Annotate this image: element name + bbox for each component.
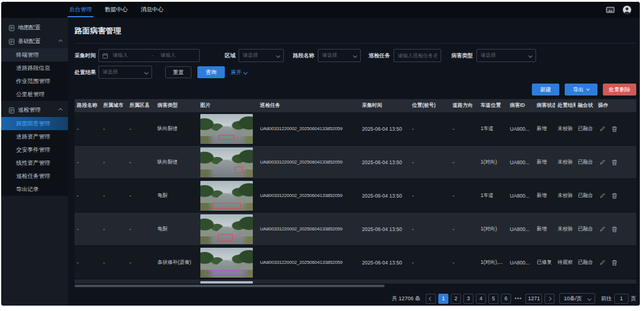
cell-task: UA800331220002_20250604133852059 xyxy=(258,159,360,165)
edit-icon[interactable] xyxy=(600,159,605,165)
sidebar-item-linear-asset-mgmt[interactable]: 线性资产管理 xyxy=(1,156,68,170)
edit-icon[interactable] xyxy=(600,260,605,265)
disease-photo[interactable] xyxy=(200,114,253,144)
per-page-select[interactable]: 10条/页 xyxy=(559,293,595,304)
tab-backend-management[interactable]: 后台管理 xyxy=(63,2,98,18)
disease-photo[interactable] xyxy=(200,214,253,244)
screenshot-icon[interactable] xyxy=(606,7,615,14)
cell-disease-type: 纵向裂缝 xyxy=(155,159,198,166)
cell-lane: 1(对向) xyxy=(478,159,507,166)
cell-disease-type: 龟裂 xyxy=(155,192,198,199)
col-status: 病害状态 xyxy=(534,102,555,109)
chevron-down-icon xyxy=(243,70,247,74)
tab-data-center[interactable]: 数据中心 xyxy=(98,2,134,18)
delete-icon[interactable] xyxy=(612,159,617,165)
road-name-label: 路段名称 xyxy=(293,52,314,60)
collect-time-label: 采集时间 xyxy=(75,52,96,60)
sidebar-item-road-asset-mgmt[interactable]: 道路资产管理 xyxy=(1,130,68,143)
filter-row-1: 采集时间 请输入 - 请输入 区域 请选择 路段名称 请选择 巡检任务 xyxy=(75,49,636,62)
sidebar-item-traffic-safety-event-mgmt[interactable]: 交安事件管理 xyxy=(1,143,68,156)
expand-label: 展开 xyxy=(231,69,242,76)
main-content: 路面病害管理 采集时间 请输入 - 请输入 区域 请选择 路段名称 请选择 xyxy=(68,18,640,306)
cell-county: - xyxy=(127,193,155,199)
tab-message-center[interactable]: 消息中心 xyxy=(134,2,170,18)
cell-direction: - xyxy=(450,159,478,165)
result-select[interactable]: 请选择 xyxy=(98,66,152,79)
start-date-placeholder: 请输入 xyxy=(113,52,148,59)
more-pages-ellipsis[interactable]: ••• xyxy=(513,295,523,301)
cell-image xyxy=(198,214,258,244)
cell-direction: - xyxy=(450,193,478,199)
goto-page-input[interactable] xyxy=(614,294,628,304)
col-road-name: 路段名称 xyxy=(75,102,101,109)
sidebar-item-road-section-info[interactable]: 道路路段信息 xyxy=(1,61,68,75)
tab-label: 消息中心 xyxy=(141,6,163,14)
cell-road-name: - xyxy=(75,159,101,165)
sidebar-item-inspection-mgmt[interactable]: 巡检管理 xyxy=(1,103,68,117)
edit-icon[interactable] xyxy=(600,193,605,198)
col-direction: 道路方向 xyxy=(450,102,478,109)
disease-photo[interactable] xyxy=(200,147,253,177)
sidebar-item-map-config[interactable]: 地图配置 xyxy=(1,21,68,35)
page-button-2[interactable]: 2 xyxy=(451,294,461,304)
edit-icon[interactable] xyxy=(600,126,605,131)
cell-position: - xyxy=(410,226,450,232)
disease-table: 路段名称 所属城市 所属区县 病害类型 图片 巡检任务 采集时间 位置(桩号) … xyxy=(75,99,636,284)
delete-icon[interactable] xyxy=(612,126,617,132)
disease-photo[interactable] xyxy=(200,248,253,278)
page-button-5[interactable]: 5 xyxy=(488,294,499,304)
road-name-select[interactable]: 请选择 xyxy=(318,49,361,62)
page-button-6[interactable]: 6 xyxy=(501,294,511,304)
disease-type-select[interactable]: 请选择 xyxy=(476,49,536,62)
chevron-down-icon xyxy=(586,87,590,91)
sidebar-item-milestone-mgmt[interactable]: 公里桩管理 xyxy=(1,88,68,101)
cell-county: - xyxy=(127,226,155,232)
cell-lane: 1(对向) xyxy=(478,226,507,233)
scrollbar-thumb[interactable] xyxy=(75,285,385,287)
new-button[interactable]: 新建 xyxy=(532,84,559,96)
cell-image xyxy=(198,248,258,278)
task-input-wrap xyxy=(394,49,441,62)
sidebar-item-road-disease-mgmt[interactable]: 路面病害管理 xyxy=(1,117,68,130)
export-button[interactable]: 导出 xyxy=(565,84,597,96)
sidebar-item-label: 基础配置 xyxy=(18,38,41,45)
cell-road-name: - xyxy=(75,226,101,232)
disease-type-label: 病害类型 xyxy=(451,52,473,60)
page-button-1[interactable]: 1 xyxy=(438,294,448,304)
sidebar-item-export-records[interactable]: 导出记录 xyxy=(1,183,68,196)
prev-page-button[interactable] xyxy=(426,294,436,304)
sidebar-item-work-scope-mgmt[interactable]: 作业范围管理 xyxy=(1,75,68,88)
edit-icon[interactable] xyxy=(600,226,605,232)
cell-time: 2025-06-04 13:50 xyxy=(360,159,410,165)
document-icon xyxy=(9,25,14,31)
cell-city: - xyxy=(101,159,127,165)
disease-photo[interactable] xyxy=(200,181,253,211)
region-select[interactable]: 请选择 xyxy=(239,49,284,62)
page-button-last[interactable]: 1271 xyxy=(525,294,542,304)
next-page-button[interactable] xyxy=(544,294,555,304)
cell-image xyxy=(198,147,258,177)
export-label: 导出 xyxy=(573,86,584,94)
delete-icon[interactable] xyxy=(612,193,617,199)
task-input[interactable] xyxy=(398,53,437,58)
delete-icon[interactable] xyxy=(612,260,617,266)
user-avatar-icon[interactable] xyxy=(623,5,631,14)
expand-filters-link[interactable]: 展开 xyxy=(231,69,247,76)
cell-county: - xyxy=(127,159,155,165)
page-button-3[interactable]: 3 xyxy=(463,294,473,304)
sidebar-item-basic-config[interactable]: 基础配置 xyxy=(1,35,68,48)
page-unit-label: 页 xyxy=(631,295,636,303)
page-button-4[interactable]: 4 xyxy=(476,294,486,304)
reset-button[interactable]: 重置 xyxy=(165,66,191,78)
cell-disease-id: UA800... xyxy=(507,159,534,165)
batch-delete-button[interactable]: 批量删除 xyxy=(603,84,636,96)
collect-time-range-input[interactable]: 请输入 - 请输入 xyxy=(98,49,200,62)
cell-direction: - xyxy=(450,260,478,266)
sidebar-item-inspection-task-mgmt[interactable]: 巡检任务管理 xyxy=(1,170,68,183)
delete-icon[interactable] xyxy=(612,226,617,232)
sidebar-item-terminal-mgmt[interactable]: 终端管理 xyxy=(1,48,68,61)
table-row xyxy=(75,279,636,284)
detection-box xyxy=(219,135,234,140)
cell-fusion: 已融合 xyxy=(575,259,596,266)
search-button[interactable]: 查询 xyxy=(197,66,225,78)
